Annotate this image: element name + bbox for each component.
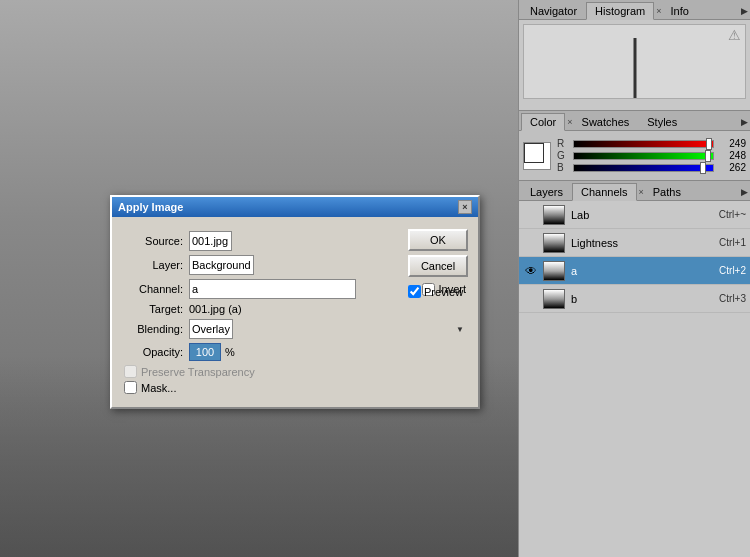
tab-swatches[interactable]: Swatches: [573, 113, 639, 130]
dialog-close-button[interactable]: ×: [458, 200, 472, 214]
apply-image-dialog: Apply Image × Source: 001.jpg ▼ Layer:: [110, 195, 480, 409]
blending-select-wrapper: Overlay ▼: [189, 319, 466, 339]
channel-thumb-lab: [543, 205, 565, 225]
tab-paths[interactable]: Paths: [644, 183, 690, 200]
color-panel-expand-icon[interactable]: ▶: [741, 117, 748, 127]
histogram-area: ⚠: [519, 20, 750, 110]
blending-row: Blending: Overlay ▼: [124, 319, 466, 339]
channels-list: Lab Ctrl+~ Lightness Ctrl+1 👁 a Ctrl+2: [519, 201, 750, 557]
blue-slider[interactable]: [573, 164, 714, 172]
channel-lightness[interactable]: Lightness Ctrl+1: [519, 229, 750, 257]
ok-button[interactable]: OK: [408, 229, 468, 251]
layers-panel: Layers Channels × Paths ▶ Lab Ctrl+~ Lig…: [519, 181, 750, 557]
layer-visibility-a[interactable]: 👁: [523, 264, 539, 278]
layer-select[interactable]: Background: [189, 255, 254, 275]
top-panel-tabs: Navigator Histogram × Info ▶: [519, 0, 750, 20]
red-label: R: [557, 138, 569, 149]
color-row: R 249 G 248: [523, 137, 746, 174]
channel-thumb-a: [543, 261, 565, 281]
color-swatch[interactable]: [523, 142, 551, 170]
mask-checkbox[interactable]: [124, 381, 137, 394]
tab-layers[interactable]: Layers: [521, 183, 572, 200]
green-slider-row: G 248: [557, 150, 746, 161]
blue-value: 262: [718, 162, 746, 173]
color-content: R 249 G 248: [519, 131, 750, 180]
target-value: 001.jpg (a): [189, 303, 242, 315]
blending-select[interactable]: Overlay: [189, 319, 233, 339]
channel-name-a: a: [571, 265, 719, 277]
preview-checkbox[interactable]: [408, 285, 421, 298]
layer-label: Layer:: [124, 259, 189, 271]
target-label: Target:: [124, 303, 189, 315]
channel-lab[interactable]: Lab Ctrl+~: [519, 201, 750, 229]
target-row: Target: 001.jpg (a): [124, 303, 466, 315]
opacity-input[interactable]: [189, 343, 221, 361]
channel-b[interactable]: b Ctrl+3: [519, 285, 750, 313]
channel-select[interactable]: a: [189, 279, 356, 299]
green-label: G: [557, 150, 569, 161]
channel-thumb-lightness: [543, 233, 565, 253]
cancel-button[interactable]: Cancel: [408, 255, 468, 277]
color-panel-tabs: Color × Swatches Styles ▶: [519, 111, 750, 131]
channel-shortcut-lab: Ctrl+~: [719, 209, 746, 220]
red-slider-row: R 249: [557, 138, 746, 149]
blending-select-arrow-icon: ▼: [456, 325, 464, 334]
source-select[interactable]: 001.jpg: [189, 231, 232, 251]
channel-shortcut-lightness: Ctrl+1: [719, 237, 746, 248]
mask-label: Mask...: [141, 382, 176, 394]
green-value: 248: [718, 150, 746, 161]
dialog-buttons: OK Cancel Preview: [408, 229, 468, 298]
preview-label: Preview: [424, 286, 463, 298]
red-value: 249: [718, 138, 746, 149]
foreground-color: [524, 143, 544, 163]
top-panel: Navigator Histogram × Info ▶ ⚠: [519, 0, 750, 111]
blue-label: B: [557, 162, 569, 173]
green-slider[interactable]: [573, 152, 714, 160]
channel-select-wrapper: a ▼: [189, 279, 416, 299]
channel-name-b: b: [571, 293, 719, 305]
opacity-label: Opacity:: [124, 346, 189, 358]
dialog-body: Source: 001.jpg ▼ Layer: Background ▼: [112, 217, 478, 407]
preserve-transparency-row: Preserve Transparency: [124, 365, 466, 378]
preview-row: Preview: [408, 285, 468, 298]
channel-thumb-b: [543, 289, 565, 309]
layers-panel-expand-icon[interactable]: ▶: [741, 187, 748, 197]
tab-channels[interactable]: Channels: [572, 183, 636, 201]
preserve-transparency-label: Preserve Transparency: [141, 366, 255, 378]
histogram-warning-icon: ⚠: [728, 27, 741, 43]
dialog-titlebar: Apply Image ×: [112, 197, 478, 217]
blue-slider-row: B 262: [557, 162, 746, 173]
tab-info[interactable]: Info: [661, 2, 697, 19]
tab-histogram[interactable]: Histogram: [586, 2, 654, 20]
channel-name-lab: Lab: [571, 209, 719, 221]
dialog-title: Apply Image: [118, 201, 183, 213]
red-slider[interactable]: [573, 140, 714, 148]
channel-name-lightness: Lightness: [571, 237, 719, 249]
blending-label: Blending:: [124, 323, 189, 335]
tab-color[interactable]: Color: [521, 113, 565, 131]
mask-row: Mask...: [124, 381, 466, 394]
dialog-overlay: Apply Image × Source: 001.jpg ▼ Layer:: [0, 0, 518, 557]
histogram-canvas: ⚠: [523, 24, 746, 99]
channel-shortcut-b: Ctrl+3: [719, 293, 746, 304]
top-panel-expand-icon[interactable]: ▶: [741, 6, 748, 16]
channel-shortcut-a: Ctrl+2: [719, 265, 746, 276]
source-label: Source:: [124, 235, 189, 247]
layers-panel-tabs: Layers Channels × Paths ▶: [519, 181, 750, 201]
channel-a[interactable]: 👁 a Ctrl+2: [519, 257, 750, 285]
color-panel: Color × Swatches Styles ▶ R 24: [519, 111, 750, 181]
histogram-spike: [633, 38, 636, 98]
preserve-transparency-checkbox[interactable]: [124, 365, 137, 378]
right-panel: Navigator Histogram × Info ▶ ⚠ Color × S…: [518, 0, 750, 557]
opacity-row: Opacity: %: [124, 343, 466, 361]
tab-navigator[interactable]: Navigator: [521, 2, 586, 19]
channel-label: Channel:: [124, 283, 189, 295]
opacity-unit: %: [225, 346, 235, 358]
tab-styles[interactable]: Styles: [638, 113, 686, 130]
